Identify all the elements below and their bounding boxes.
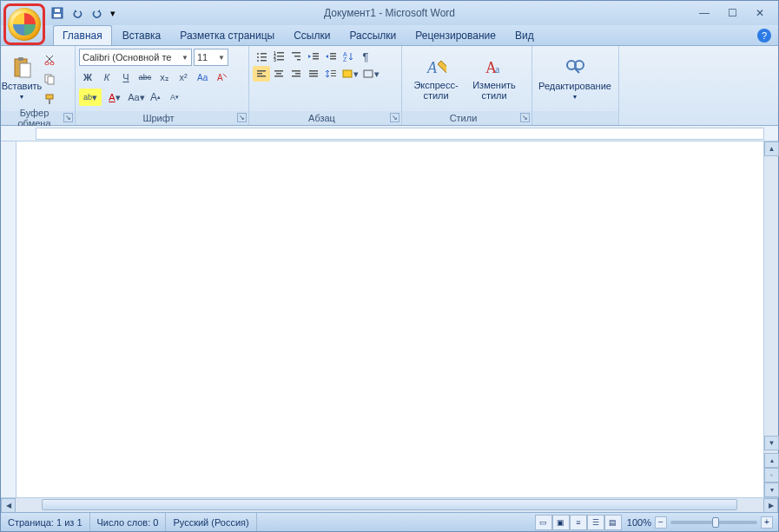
styles-launcher[interactable]: ↘ [520, 113, 530, 122]
maximize-button[interactable]: ☐ [721, 5, 743, 21]
view-web-layout[interactable]: ≡ [570, 515, 587, 530]
align-right-button[interactable] [287, 66, 305, 82]
status-language[interactable]: Русский (Россия) [166, 513, 256, 531]
scroll-right-button[interactable]: ▶ [763, 498, 778, 513]
help-button[interactable]: ? [757, 29, 771, 43]
strikethrough-button[interactable]: abc [136, 69, 154, 86]
vertical-ruler[interactable] [1, 141, 17, 497]
status-words[interactable]: Число слов: 0 [90, 513, 167, 531]
quick-styles-label: Экспресс-стили [407, 80, 465, 101]
italic-button[interactable]: К [98, 69, 116, 86]
show-marks-button[interactable]: ¶ [357, 49, 374, 64]
zoom-controls: 100% − + [622, 516, 778, 529]
browse-object-button[interactable]: ◦ [764, 468, 779, 483]
office-button[interactable] [8, 8, 41, 41]
tab-mailings[interactable]: Рассылки [340, 26, 405, 45]
shrink-font-button[interactable]: A▾ [166, 89, 183, 106]
close-button[interactable]: ✕ [749, 5, 771, 21]
zoom-slider[interactable] [670, 521, 757, 524]
scroll-down-button[interactable]: ▼ [764, 436, 779, 450]
bullets-button[interactable] [253, 49, 270, 64]
vertical-scrollbar[interactable]: ▲ ▼ ▴ ◦ ▾ [763, 141, 778, 497]
qat-undo-button[interactable] [69, 4, 86, 22]
bold-button[interactable]: Ж [79, 69, 96, 86]
paragraph-launcher[interactable]: ↘ [390, 113, 399, 122]
hscroll-thumb[interactable] [42, 499, 737, 510]
shading-button[interactable]: ▾ [340, 66, 360, 82]
minimize-button[interactable]: — [693, 5, 716, 21]
quick-styles-button[interactable]: A Экспресс-стили [406, 49, 466, 108]
justify-button[interactable] [305, 66, 322, 82]
font-size-combo[interactable]: 11▼ [194, 49, 228, 66]
horizontal-ruler[interactable] [1, 126, 778, 141]
paste-label: Вставить [2, 81, 43, 91]
svg-rect-45 [292, 76, 300, 77]
sort-button[interactable]: AZ [340, 49, 357, 64]
increase-indent-button[interactable] [322, 49, 340, 64]
view-draft[interactable]: ▤ [604, 515, 622, 530]
cut-button[interactable] [41, 50, 58, 68]
tab-view[interactable]: Вид [506, 26, 543, 45]
numbering-button[interactable]: 123 [270, 49, 287, 64]
line-spacing-button[interactable] [322, 66, 340, 82]
group-styles: A Экспресс-стили Aa Изменить стили Стили… [402, 46, 532, 125]
svg-rect-43 [292, 70, 300, 72]
qat-redo-button[interactable] [89, 4, 106, 22]
highlight-button[interactable]: ab▾ [79, 89, 102, 106]
clipboard-launcher[interactable]: ↘ [63, 113, 73, 122]
svg-rect-48 [309, 76, 318, 77]
title-bar: ▾ Документ1 - Microsoft Word — ☐ ✕ [1, 1, 778, 25]
change-styles-label: Изменить стили [470, 80, 518, 101]
zoom-out-button[interactable]: − [655, 516, 667, 529]
tab-page-layout[interactable]: Разметка страницы [171, 26, 283, 45]
change-case2-button[interactable]: Aa▾ [128, 89, 145, 106]
zoom-level[interactable]: 100% [627, 517, 651, 528]
border-button[interactable]: ▾ [360, 66, 381, 82]
svg-rect-33 [330, 56, 336, 57]
svg-rect-41 [276, 73, 281, 75]
tab-references[interactable]: Ссылки [285, 26, 339, 45]
svg-rect-2 [55, 9, 60, 12]
superscript-button[interactable]: x² [175, 69, 192, 86]
format-painter-button[interactable] [41, 90, 58, 108]
zoom-in-button[interactable]: + [761, 516, 773, 529]
align-left-button[interactable] [253, 66, 270, 82]
decrease-indent-button[interactable] [305, 49, 322, 64]
underline-button[interactable]: Ч [117, 69, 135, 86]
scroll-up-button[interactable]: ▲ [764, 141, 779, 156]
status-bar: Страница: 1 из 1 Число слов: 0 Русский (… [1, 512, 778, 531]
document-area: ▲ ▼ ▴ ◦ ▾ [1, 141, 778, 497]
view-print-layout[interactable]: ▭ [535, 515, 552, 530]
svg-rect-21 [277, 52, 284, 54]
prev-page-button[interactable]: ▴ [764, 453, 779, 468]
editing-button[interactable]: Редактирование ▼ [536, 49, 614, 108]
qat-customize-button[interactable]: ▾ [109, 4, 117, 22]
view-full-screen[interactable]: ▣ [552, 515, 570, 530]
paste-button[interactable]: Вставить ▼ [4, 49, 39, 108]
scroll-left-button[interactable]: ◀ [1, 498, 16, 513]
document-canvas[interactable] [17, 141, 763, 497]
align-center-button[interactable] [270, 66, 287, 82]
subscript-button[interactable]: x₂ [155, 69, 173, 86]
grow-font-button[interactable]: A▴ [147, 89, 164, 106]
change-case-button[interactable]: Aa [194, 69, 211, 86]
ribbon: Вставить ▼ Буфер обмена↘ Calibri (Основн… [1, 46, 778, 126]
svg-rect-38 [257, 73, 262, 75]
copy-button[interactable] [41, 70, 58, 88]
font-launcher[interactable]: ↘ [237, 113, 247, 122]
tab-home[interactable]: Главная [53, 25, 112, 45]
change-styles-button[interactable]: Aa Изменить стили [468, 49, 520, 108]
svg-rect-10 [46, 95, 53, 99]
horizontal-scrollbar[interactable]: ◀ ▶ [1, 497, 778, 512]
view-outline[interactable]: ☰ [587, 515, 604, 530]
multilevel-button[interactable] [287, 49, 305, 64]
font-color-button[interactable]: A▾ [103, 89, 126, 106]
status-page[interactable]: Страница: 1 из 1 [1, 513, 90, 531]
svg-text:Z: Z [343, 56, 347, 62]
tab-insert[interactable]: Вставка [114, 26, 170, 45]
font-name-combo[interactable]: Calibri (Основной те▼ [79, 49, 192, 66]
qat-save-button[interactable] [49, 4, 66, 22]
clear-format-button[interactable]: A [213, 69, 230, 86]
next-page-button[interactable]: ▾ [764, 483, 779, 497]
tab-review[interactable]: Рецензирование [406, 26, 505, 45]
